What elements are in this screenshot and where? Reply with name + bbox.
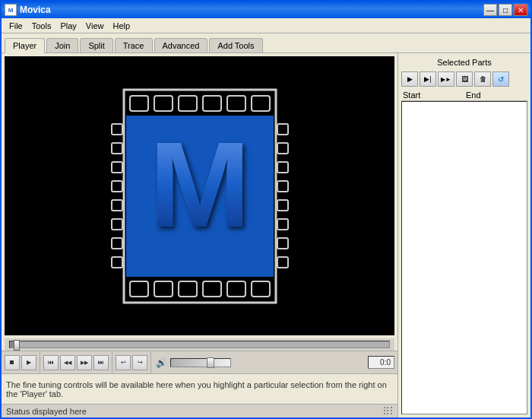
menu-view[interactable]: View (81, 20, 109, 32)
svg-rect-9 (179, 281, 197, 297)
volume-icon: 🔊 (154, 357, 169, 368)
parts-delete-button[interactable]: 🗑 (474, 71, 491, 87)
svg-rect-21 (277, 124, 288, 135)
maximize-button[interactable]: □ (499, 4, 512, 16)
svg-rect-2 (154, 96, 173, 111)
window-title: Movica (20, 5, 51, 15)
rewind-button[interactable]: ◀◀ (60, 355, 75, 370)
tab-trace[interactable]: Trace (115, 38, 153, 52)
seek-bar-container (5, 338, 394, 351)
next-frame-button[interactable]: ⏭ (93, 355, 109, 370)
parts-export-button[interactable]: ▶► (438, 71, 454, 87)
player-area: M ⏹ ▶ ⏮ ◀◀ ▶▶ ⏭ ↩ (2, 53, 397, 417)
svg-rect-28 (277, 257, 288, 268)
svg-rect-11 (227, 281, 245, 297)
volume-slider[interactable] (170, 358, 231, 367)
tab-bar: Player Join Split Trace Advanced Add Too… (2, 33, 530, 53)
svg-rect-18 (112, 219, 122, 230)
svg-rect-6 (252, 96, 270, 111)
controls-bar: ⏹ ▶ ⏮ ◀◀ ▶▶ ⏭ ↩ ↪ 🔊 0:0 (2, 351, 397, 373)
play-button[interactable]: ▶ (21, 355, 36, 370)
main-content: M ⏹ ▶ ⏮ ◀◀ ▶▶ ⏭ ↩ (2, 53, 530, 417)
m-letter: M (149, 116, 250, 252)
status-main-text: The fine tuning controls will be availab… (6, 380, 393, 398)
parts-snapshot-button[interactable]: 🖼 (456, 71, 473, 87)
svg-rect-22 (277, 143, 288, 154)
parts-list[interactable] (401, 101, 527, 414)
volume-thumb[interactable] (207, 357, 214, 368)
menu-tools[interactable]: Tools (27, 20, 56, 32)
film-logo: M (5, 56, 394, 335)
mark-out-button[interactable]: ↪ (132, 355, 147, 370)
selected-parts-title: Selected Parts (401, 56, 527, 68)
tab-join[interactable]: Join (46, 38, 78, 52)
prev-frame-button[interactable]: ⏮ (43, 355, 59, 370)
video-display: M (5, 56, 394, 335)
svg-rect-7 (130, 281, 148, 297)
menu-bar: File Tools Play View Help (2, 18, 530, 33)
resize-grip[interactable] (384, 407, 393, 416)
seek-bar[interactable] (9, 341, 390, 348)
svg-rect-16 (112, 181, 122, 192)
time-display: 0:0 (368, 356, 394, 369)
menu-file[interactable]: File (5, 20, 27, 32)
svg-rect-23 (277, 162, 288, 173)
svg-rect-20 (112, 257, 122, 268)
svg-rect-3 (179, 96, 197, 111)
right-panel: Selected Parts ▶ ▶| ▶► 🖼 🗑 ↺ Start End (397, 53, 530, 417)
bottom-status-text: Status displayed here (6, 407, 87, 416)
svg-rect-14 (112, 143, 122, 154)
svg-rect-10 (203, 281, 221, 297)
bottom-status-bar: Status displayed here (2, 404, 397, 417)
svg-rect-4 (203, 96, 221, 111)
main-window: M Movica — □ ✕ File Tools Play View Help… (0, 0, 532, 419)
svg-rect-5 (227, 96, 245, 111)
stop-button[interactable]: ⏹ (5, 355, 20, 370)
parts-play-button[interactable]: ▶ (401, 71, 418, 87)
svg-rect-26 (277, 219, 288, 230)
tab-player[interactable]: Player (5, 38, 45, 53)
col-start: Start (401, 90, 464, 100)
fast-forward-button[interactable]: ▶▶ (77, 355, 92, 370)
svg-rect-17 (112, 200, 122, 211)
film-strip-svg: M (101, 82, 299, 310)
svg-rect-19 (112, 238, 122, 249)
tab-advanced[interactable]: Advanced (154, 38, 208, 52)
svg-rect-24 (277, 181, 288, 192)
selected-parts-toolbar: ▶ ▶| ▶► 🖼 🗑 ↺ (401, 71, 527, 87)
seek-thumb[interactable] (14, 340, 20, 351)
parts-refresh-button[interactable]: ↺ (492, 71, 509, 87)
parts-play-end-button[interactable]: ▶| (420, 71, 436, 87)
svg-rect-27 (277, 238, 288, 249)
svg-rect-25 (277, 200, 288, 211)
menu-play[interactable]: Play (55, 20, 81, 32)
app-icon: M (5, 4, 17, 16)
status-bar: The fine tuning controls will be availab… (2, 373, 397, 404)
svg-rect-8 (154, 281, 173, 297)
title-bar: M Movica — □ ✕ (2, 2, 530, 18)
mark-in-button[interactable]: ↩ (116, 355, 131, 370)
parts-list-header: Start End (401, 90, 527, 101)
close-button[interactable]: ✕ (514, 4, 527, 16)
menu-help[interactable]: Help (108, 20, 135, 32)
minimize-button[interactable]: — (483, 4, 497, 16)
col-end: End (464, 90, 527, 100)
svg-rect-12 (252, 281, 270, 297)
svg-rect-1 (130, 96, 148, 111)
tab-split[interactable]: Split (80, 38, 112, 52)
svg-rect-13 (112, 124, 122, 135)
tab-add-tools[interactable]: Add Tools (209, 38, 262, 52)
svg-rect-15 (112, 162, 122, 173)
